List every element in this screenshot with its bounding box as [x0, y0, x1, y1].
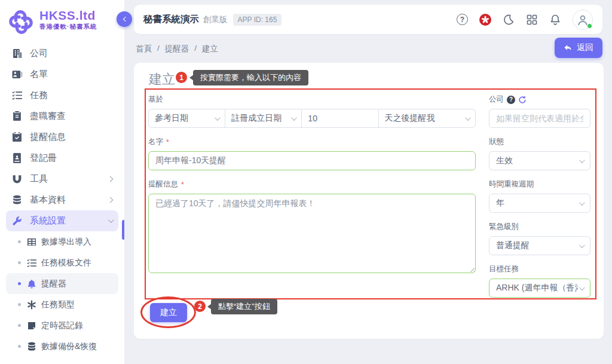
building-icon [12, 48, 22, 59]
breadcrumb: 首頁 / 提醒器 / 建立 [136, 44, 218, 54]
user-avatar[interactable] [573, 10, 593, 30]
sidebar-item-label: 名單 [30, 69, 112, 80]
step2-badge: 2 [194, 301, 206, 312]
sidebar-subitem-task-templates[interactable]: 任務模板文件 [6, 252, 118, 273]
chevron-left-icon [123, 17, 127, 22]
sidebar-item-company[interactable]: 公司 [6, 43, 118, 64]
database-icon [12, 195, 22, 205]
hk-flag-language-icon[interactable] [479, 14, 491, 26]
sidebar-item-namelist[interactable]: 名單 [6, 64, 118, 85]
company-input[interactable] [489, 109, 590, 128]
active-menu-indicator [122, 220, 124, 240]
asterisk-icon [27, 300, 36, 310]
sidebar-subitem-data-import-export[interactable]: 數據導出導入 [6, 231, 118, 252]
chevron-down-icon [579, 242, 585, 248]
sidebar-item-due-diligence[interactable]: 盡職審查 [6, 106, 118, 127]
register-book-icon [12, 153, 22, 163]
back-arrow-icon [564, 44, 573, 53]
urgency-select[interactable]: 普通提醒 [489, 236, 590, 255]
sidebar-item-label: 工具 [30, 173, 108, 185]
status-label: 狀態 [489, 137, 590, 147]
sidebar-collapse-button[interactable] [117, 11, 132, 27]
sidebar-item-tools[interactable]: 工具 [6, 169, 118, 189]
sidebar-item-register[interactable]: 登記冊 [6, 148, 118, 169]
notification-bell-icon[interactable] [549, 14, 561, 26]
sidebar-subitem-label: 任務類型 [41, 299, 75, 310]
sidebar-item-basic-data[interactable]: 基本資料 [6, 189, 118, 210]
brand-logo-icon [7, 8, 35, 36]
task-template-icon [27, 258, 36, 268]
sidebar-subitem-label: 任務模板文件 [41, 258, 91, 268]
sidebar-item-label: 盡職審查 [30, 111, 112, 122]
clipboard-copy-icon [12, 111, 22, 121]
bullet-dot [18, 345, 21, 348]
based-on-label: 基於 [148, 94, 476, 105]
based-on-group: 參考日期 註冊成立日期 10 天之後提醒我 [148, 109, 476, 128]
table-icon [27, 237, 36, 247]
page-title: 建立 [149, 71, 175, 88]
contact-card-icon [12, 69, 22, 79]
sidebar-subitem-reminder-tool[interactable]: 提醒器 [6, 273, 118, 294]
chevron-right-icon [108, 176, 114, 182]
sidebar-item-label: 登記冊 [30, 152, 112, 164]
dark-mode-moon-icon[interactable] [503, 14, 515, 26]
breadcrumb-separator: / [194, 44, 197, 54]
brand-name: HKSS.ltd [39, 8, 97, 23]
chevron-right-icon [108, 197, 114, 203]
bullet-dot [18, 261, 21, 264]
sidebar-item-label: 提醒信息 [30, 131, 112, 143]
message-label: 提醒信息* [148, 179, 476, 189]
sidebar-item-tasks[interactable]: 任務 [6, 85, 118, 106]
breadcrumb-home[interactable]: 首頁 [136, 44, 152, 54]
bullet-dot [18, 282, 21, 285]
name-input[interactable] [148, 151, 476, 170]
bullet-dot [18, 240, 21, 243]
magnet-icon [12, 174, 22, 184]
days-input[interactable]: 10 [301, 109, 378, 127]
remind-after-select[interactable]: 天之後提醒我 [378, 109, 475, 127]
brand-logo: HKSS.ltd 香港優軟·秘書系統 [0, 0, 124, 41]
sidebar-subitem-task-types[interactable]: 任務類型 [6, 294, 118, 315]
sidebar-subitem-label: 數據備份&恢復 [41, 341, 97, 352]
chevron-down-icon [579, 285, 585, 290]
sidebar-subitem-label: 定時器記錄 [41, 320, 83, 331]
help-icon[interactable]: ? [457, 14, 468, 25]
step1-badge: 1 [176, 72, 187, 83]
breadcrumb-reminder[interactable]: 提醒器 [165, 44, 189, 54]
reminder-form: 基於 參考日期 註冊成立日期 10 天之後提醒我 [148, 94, 590, 307]
sidebar-item-reminders[interactable]: 提醒信息 [6, 127, 118, 148]
date-type-select[interactable]: 註冊成立日期 [225, 109, 301, 127]
wrench-icon [12, 216, 22, 226]
bullet-dot [18, 303, 21, 306]
top-header: 秘書系統演示 創業版 APP ID: 165 ? [134, 5, 602, 34]
message-textarea[interactable]: 已經過了10天了，請儘快提交周年申報表！ [148, 194, 476, 273]
company-help-icon[interactable]: ? [507, 96, 515, 104]
sidebar-item-label: 系統設置 [30, 215, 108, 227]
calendar-check-icon [12, 132, 22, 142]
chevron-down-icon [465, 115, 471, 121]
apps-grid-icon[interactable] [526, 14, 538, 26]
status-select[interactable]: 生效 [489, 151, 590, 170]
repeat-cycle-label: 時間重複週期 [489, 179, 590, 189]
sidebar-subitem-label: 提醒器 [41, 279, 66, 289]
sidebar-item-system-settings[interactable]: 系統設置 [6, 210, 118, 231]
sidebar-subitem-label: 數據導出導入 [41, 237, 91, 247]
sidebar-subitem-timer-log[interactable]: 定時器記錄 [6, 315, 118, 336]
database-backup-icon [27, 342, 36, 351]
sidebar-item-label: 任務 [30, 90, 112, 101]
target-task-select[interactable]: ARHK (週年申報（香港） [489, 279, 590, 298]
back-button[interactable]: 返回 [555, 38, 602, 58]
sidebar-subitem-backup-restore[interactable]: 數據備份&恢復 [6, 336, 118, 357]
chevron-down-icon [579, 157, 585, 163]
brand-subtitle: 香港優軟·秘書系統 [39, 23, 97, 31]
repeat-cycle-select[interactable]: 年 [489, 194, 590, 213]
chevron-down-icon [108, 217, 114, 223]
reference-date-select[interactable]: 參考日期 [149, 109, 225, 127]
refresh-icon[interactable] [518, 96, 527, 104]
urgency-label: 緊急級別 [489, 222, 590, 232]
create-submit-button[interactable]: 建立 [150, 303, 187, 322]
chevron-down-icon [579, 200, 585, 206]
app-title: 秘書系統演示 [143, 13, 199, 26]
company-label: 公司 ? [489, 94, 590, 105]
form-left-column: 基於 參考日期 註冊成立日期 10 天之後提醒我 [148, 94, 476, 307]
